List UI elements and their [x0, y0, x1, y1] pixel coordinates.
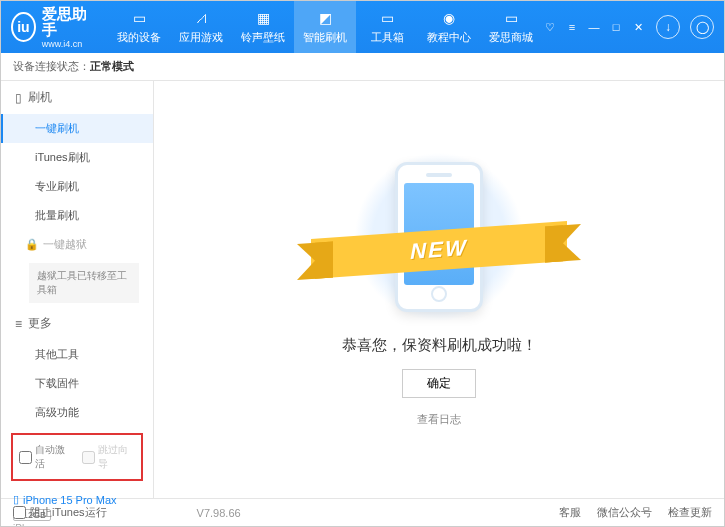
flash-section-icon: ▯: [15, 91, 22, 105]
device-name: iPhone 15 Pro Max: [23, 494, 117, 506]
footer-link-wechat[interactable]: 微信公众号: [597, 505, 652, 520]
sidebar-item-oneclick[interactable]: 一键刷机: [1, 114, 153, 143]
sidebar-item-batch[interactable]: 批量刷机: [1, 201, 153, 230]
flash-icon: ◩: [316, 9, 334, 27]
titlebar-controls: ♡ ≡ — □ ✕ ↓ ◯: [542, 15, 724, 39]
block-itunes-checkbox[interactable]: 阻止iTunes运行: [13, 505, 107, 520]
apps-icon: ⩘: [192, 9, 210, 27]
status-prefix: 设备连接状态：: [13, 59, 90, 74]
menu-icon[interactable]: ≡: [564, 19, 580, 35]
lock-icon: 🔒: [25, 238, 39, 251]
image-icon: ▦: [254, 9, 272, 27]
sidebar-section-flash[interactable]: ▯刷机: [1, 81, 153, 114]
download-icon[interactable]: ↓: [656, 15, 680, 39]
footer-link-update[interactable]: 检查更新: [668, 505, 712, 520]
sidebar-item-download[interactable]: 下载固件: [1, 369, 153, 398]
nav-my-device[interactable]: ▭我的设备: [108, 1, 170, 53]
nav-apps[interactable]: ⩘应用游戏: [170, 1, 232, 53]
store-icon: ▭: [502, 9, 520, 27]
sidebar-section-more[interactable]: ≡更多: [1, 307, 153, 340]
footer-link-support[interactable]: 客服: [559, 505, 581, 520]
gift-icon[interactable]: ♡: [542, 19, 558, 35]
nav-flash[interactable]: ◩智能刷机: [294, 1, 356, 53]
brand: 爱思助手 www.i4.cn: [42, 6, 90, 49]
nav-ringtones[interactable]: ▦铃声壁纸: [232, 1, 294, 53]
status-value: 正常模式: [90, 59, 134, 74]
options-box: 自动激活 跳过向导: [11, 433, 143, 481]
sidebar: ▯刷机 一键刷机 iTunes刷机 专业刷机 批量刷机 🔒一键越狱 越狱工具已转…: [1, 81, 154, 498]
ok-button[interactable]: 确定: [402, 369, 476, 398]
version-label: V7.98.66: [197, 507, 241, 519]
maximize-icon[interactable]: □: [608, 19, 624, 35]
auto-activate-checkbox[interactable]: 自动激活: [19, 443, 72, 471]
titlebar: iu 爱思助手 www.i4.cn ▭我的设备 ⩘应用游戏 ▦铃声壁纸 ◩智能刷…: [1, 1, 724, 53]
app-logo-icon: iu: [11, 12, 36, 42]
brand-name: 爱思助手: [42, 6, 90, 39]
book-icon: ◉: [440, 9, 458, 27]
device-model: iPhone: [13, 523, 141, 527]
sidebar-item-advanced[interactable]: 高级功能: [1, 398, 153, 427]
status-bar: 设备连接状态： 正常模式: [1, 53, 724, 81]
success-illustration: NEW: [339, 152, 539, 322]
jailbreak-note: 越狱工具已转移至工具箱: [29, 263, 139, 303]
close-icon[interactable]: ✕: [630, 19, 646, 35]
success-message: 恭喜您，保资料刷机成功啦！: [342, 336, 537, 355]
main-content: NEW 恭喜您，保资料刷机成功啦！ 确定 查看日志: [154, 81, 724, 498]
nav-tutorials[interactable]: ◉教程中心: [418, 1, 480, 53]
sidebar-item-itunes[interactable]: iTunes刷机: [1, 143, 153, 172]
more-section-icon: ≡: [15, 317, 22, 331]
sidebar-item-pro[interactable]: 专业刷机: [1, 172, 153, 201]
nav-toolbox[interactable]: ▭工具箱: [356, 1, 418, 53]
minimize-icon[interactable]: —: [586, 19, 602, 35]
top-nav: ▭我的设备 ⩘应用游戏 ▦铃声壁纸 ◩智能刷机 ▭工具箱 ◉教程中心 ▭爱思商城: [108, 1, 542, 53]
brand-site: www.i4.cn: [42, 39, 90, 49]
skip-guide-checkbox[interactable]: 跳过向导: [82, 443, 135, 471]
phone-icon: ▭: [130, 9, 148, 27]
sidebar-item-jailbreak: 🔒一键越狱: [1, 230, 153, 259]
toolbox-icon: ▭: [378, 9, 396, 27]
nav-store[interactable]: ▭爱思商城: [480, 1, 542, 53]
user-icon[interactable]: ◯: [690, 15, 714, 39]
view-log-link[interactable]: 查看日志: [417, 412, 461, 427]
sidebar-item-other[interactable]: 其他工具: [1, 340, 153, 369]
